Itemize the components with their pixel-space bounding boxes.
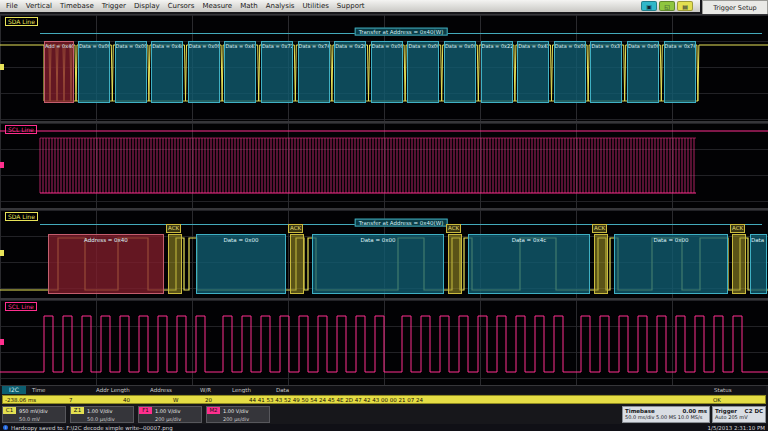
quick-buttons: ▣◱▤ — [641, 1, 693, 11]
ack-marker: ACK — [290, 234, 304, 294]
vdiv-value: 1.00 V/div — [87, 408, 112, 414]
decode-data-box: Data = 0x4c — [468, 234, 590, 294]
table-header-address: Address — [148, 387, 198, 393]
sda-line-zoom-label[interactable]: SDA Line — [5, 212, 38, 221]
table-cell: -238.06 ms — [3, 397, 67, 403]
zoom-button[interactable]: ◱ — [659, 1, 675, 11]
table-cell: OK — [711, 397, 765, 403]
timebase-box[interactable]: Timebase 0.00 ms 50.0 ms/div 5.00 MS 10.… — [622, 406, 710, 423]
offset-value: 50.0 mV — [19, 416, 40, 422]
decode-box-label: Add = 0x40 — [45, 43, 73, 49]
ack-label: ACK — [730, 224, 745, 233]
menu-item-display[interactable]: Display — [130, 2, 164, 10]
decode-box-label: Data = 0x00 — [116, 43, 146, 49]
offset-value: 200 µs/div — [223, 416, 249, 422]
ack-marker: ACK — [448, 234, 462, 294]
decode-box-label: Data = 0x00 — [628, 43, 658, 49]
decode-box-label: Data = 0x72 — [262, 43, 292, 49]
decode-box-label: Data = 0x00 — [79, 43, 109, 49]
decode-box-label: Address = 0x40 — [49, 237, 163, 243]
channel-descriptor-f1[interactable]: F11.00 V/div200 µs/div — [138, 406, 202, 423]
table-header-length: Length — [230, 387, 274, 393]
sda-line-label[interactable]: SDA Line — [5, 17, 38, 26]
channel-tag: M2 — [207, 407, 220, 414]
menu-item-math[interactable]: Math — [236, 2, 262, 10]
decode-data-box: Data = 0x00 — [371, 41, 403, 103]
menu-item-measure[interactable]: Measure — [198, 2, 236, 10]
table-cell: 44 41 53 43 52 49 50 54 24 45 4E 2D 47 4… — [247, 397, 711, 403]
channel-tag: C1 — [3, 407, 16, 414]
table-header-data: Data — [274, 387, 712, 393]
decode-box-label: Data = 0x00 — [372, 43, 402, 49]
decode-data-box: Data = 0x00 — [614, 234, 728, 294]
channel-descriptor-c1[interactable]: C1950 mV/div50.0 mV — [2, 406, 66, 423]
menu-item-file[interactable]: File — [2, 2, 22, 10]
decode-box-label: Data = 0x20 — [335, 43, 365, 49]
ack-label: ACK — [166, 224, 181, 233]
decode-data-box: Data = 0x00 — [554, 41, 586, 103]
decode-box-label: Data = 0x74 — [665, 43, 695, 49]
decode-data-box: Data = 0x00 — [750, 234, 767, 294]
ack-marker: ACK — [732, 234, 746, 294]
trigger-box[interactable]: Trigger C2 DC Auto 205 mV — [712, 406, 766, 423]
decode-address-box: Add = 0x40 — [44, 41, 74, 103]
channel-tag: F1 — [139, 407, 152, 414]
status-bar: i Hardcopy saved to: F:\I2C decode simpl… — [0, 424, 768, 431]
table-header-w-r: W/R — [198, 387, 230, 393]
channel-marker-scl — [0, 162, 4, 168]
table-cell: W — [171, 397, 203, 403]
menu-item-timebase[interactable]: Timebase — [56, 2, 98, 10]
history-button[interactable]: ▤ — [677, 1, 693, 11]
menu-item-vertical[interactable]: Vertical — [22, 2, 56, 10]
i2c-decode-tag[interactable]: I2C — [2, 386, 26, 394]
info-icon: i — [3, 425, 8, 430]
decode-data-box: Data = 0x4c — [151, 41, 183, 103]
channel-tag: Z1 — [71, 407, 84, 414]
menu-bar: FileVerticalTimebaseTriggerDisplayCursor… — [0, 0, 700, 12]
oscilloscope-screen: FileVerticalTimebaseTriggerDisplayCursor… — [0, 0, 768, 431]
menu-item-utilities[interactable]: Utilities — [299, 2, 333, 10]
decode-boxes: Add = 0x40Data = 0x00Data = 0x00Data = 0… — [0, 15, 768, 121]
decode-data-box: Data = 0x00 — [312, 234, 444, 294]
decode-data-box: Data = 0x00 — [627, 41, 659, 103]
menu-item-trigger[interactable]: Trigger — [98, 2, 130, 10]
menu-item-cursors[interactable]: Cursors — [164, 2, 199, 10]
decode-box-label: Data = 0x74 — [299, 43, 329, 49]
vdiv-value: 1.00 V/div — [155, 408, 180, 414]
timebase-settings: 50.0 ms/div 5.00 MS 10.0 MS/s — [623, 414, 709, 420]
decode-address-box: Address = 0x40 — [48, 234, 164, 294]
waveform-panel-scl[interactable]: SCL Line — [0, 122, 768, 209]
menu-item-support[interactable]: Support — [333, 2, 369, 10]
decode-box-label: Data = 0x00 — [313, 237, 443, 243]
decode-box-label: Data = 0x22 — [482, 43, 512, 49]
table-header-time: Time — [30, 387, 94, 393]
decode-data-box: Data = 0x22 — [481, 41, 513, 103]
ack-label: ACK — [288, 224, 303, 233]
decode-data-box: Data = 0x00 — [188, 41, 220, 103]
scl-line-zoom-label[interactable]: SCL Line — [5, 302, 37, 311]
clock: 1/5/2013 2:31:10 PM — [708, 425, 765, 431]
waveform-panel-sda-zoom[interactable]: Transfer at Address = 0x40(W) Address = … — [0, 209, 768, 299]
waveform-panel-scl-zoom[interactable]: SCL Line — [0, 299, 768, 386]
decode-data-box: Data = 0x43 — [224, 41, 256, 103]
decode-data-box: Data = 0x37 — [590, 41, 622, 103]
decode-table-row[interactable]: -238.06 ms740W2044 41 53 43 52 49 50 54 … — [2, 395, 766, 404]
decode-data-box: Data = 0x74 — [664, 41, 696, 103]
decode-box-label: Data = 0x43 — [518, 43, 548, 49]
decode-box-label: Data = 0x00 — [615, 237, 727, 243]
waveform-panel-sda-decode[interactable]: Transfer at Address = 0x40(W) Add = 0x40… — [0, 14, 768, 122]
trigger-setup-label: Trigger Setup — [713, 4, 756, 12]
decode-box-label: Data = 0x00 — [555, 43, 585, 49]
vdiv-value: 1.00 V/div — [223, 408, 248, 414]
ack-marker: ACK — [168, 234, 182, 294]
menu-item-analysis[interactable]: Analysis — [262, 2, 299, 10]
decode-box-label: Data = 0x4c — [469, 237, 589, 243]
channel-descriptor-z1[interactable]: Z11.00 V/div50.0 µs/div — [70, 406, 134, 423]
channel-descriptor-m2[interactable]: M21.00 V/div200 µs/div — [206, 406, 270, 423]
decode-box-label: Data = 0x00 — [751, 237, 766, 243]
decode-data-box: Data = 0x00 — [407, 41, 439, 103]
decode-box-label: Data = 0x00 — [408, 43, 438, 49]
scl-line-label[interactable]: SCL Line — [5, 125, 37, 134]
decode-data-box: Data = 0x72 — [261, 41, 293, 103]
touch-screen-button[interactable]: ▣ — [641, 1, 657, 11]
